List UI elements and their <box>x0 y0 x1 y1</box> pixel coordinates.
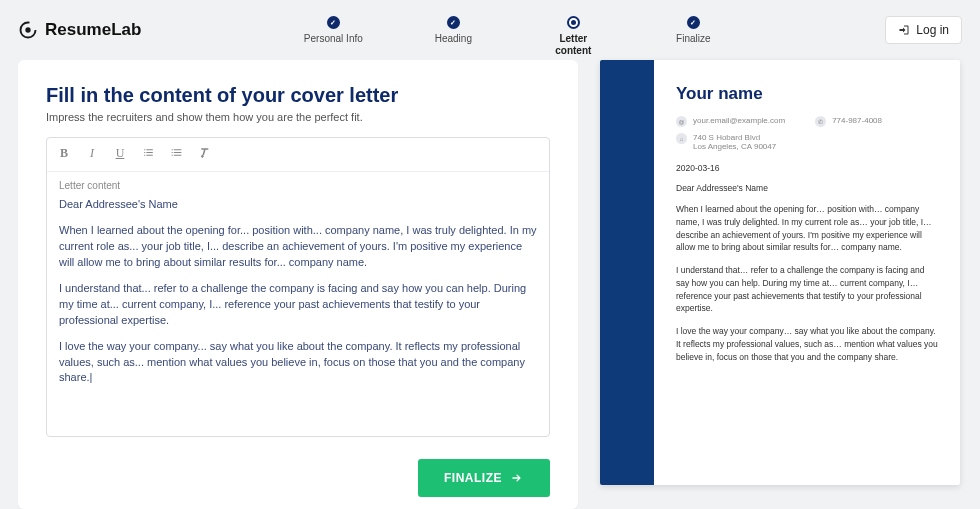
preview-body: Your name @ your.email@example.com ✆ 774… <box>654 60 960 485</box>
underline-icon[interactable]: U <box>113 146 127 163</box>
panel-title: Fill in the content of your cover letter <box>46 84 550 107</box>
preview-p1: When I learned about the opening for… po… <box>676 203 938 254</box>
step-finalize[interactable]: Finalize <box>633 16 753 45</box>
preview-phone: ✆ 774-987-4008 <box>815 116 882 127</box>
login-icon <box>898 24 910 36</box>
logo-text: ResumeLab <box>45 20 141 40</box>
editor-toolbar: B I U <box>47 138 549 172</box>
editor-panel: Fill in the content of your cover letter… <box>18 60 578 509</box>
step-label: Finalize <box>663 33 723 45</box>
preview-greeting: Dear Addressee's Name <box>676 183 938 193</box>
editor-greeting: Dear Addressee's Name <box>59 197 537 213</box>
preview-accent-bar <box>600 60 654 485</box>
logo-icon <box>18 20 38 40</box>
login-label: Log in <box>916 23 949 37</box>
editor-p2: I understand that... refer to a challeng… <box>59 281 537 329</box>
preview-date: 2020-03-16 <box>676 163 938 173</box>
preview-address: ⌂ 740 S Hobard Blvd Los Angeles, CA 9004… <box>676 133 938 151</box>
editor-box: B I U Letter content Dear Addressee's Na… <box>46 137 550 437</box>
svg-point-1 <box>25 27 30 32</box>
editor-p3: I love the way your company... say what … <box>59 339 537 387</box>
step-heading[interactable]: Heading <box>393 16 513 45</box>
preview-p3: I love the way your company… say what yo… <box>676 325 938 363</box>
step-label: Heading <box>423 33 483 45</box>
finalize-label: FINALIZE <box>444 471 502 485</box>
bold-icon[interactable]: B <box>57 146 71 163</box>
editor-p1: When I learned about the opening for... … <box>59 223 537 271</box>
preview-addr1: 740 S Hobard Blvd <box>693 133 760 142</box>
step-label: Personal Info <box>303 33 363 45</box>
document-preview: Your name @ your.email@example.com ✆ 774… <box>600 60 960 485</box>
preview-email: @ your.email@example.com <box>676 116 785 127</box>
phone-icon: ✆ <box>815 116 826 127</box>
login-button[interactable]: Log in <box>885 16 962 44</box>
panel-subtitle: Impress the recruiters and show them how… <box>46 111 550 123</box>
step-dot <box>327 16 340 29</box>
preview-address-lines: 740 S Hobard Blvd Los Angeles, CA 90047 <box>693 133 776 151</box>
arrow-right-icon <box>510 471 524 485</box>
main-area: Fill in the content of your cover letter… <box>0 60 980 509</box>
finalize-button[interactable]: FINALIZE <box>418 459 550 497</box>
step-dot <box>567 16 580 29</box>
preview-email-text: your.email@example.com <box>693 116 785 125</box>
numbered-list-icon[interactable] <box>169 146 183 163</box>
clear-format-icon[interactable] <box>197 146 211 163</box>
step-label: Letter content <box>543 33 603 57</box>
step-personal-info[interactable]: Personal Info <box>273 16 393 45</box>
preview-column: Your name @ your.email@example.com ✆ 774… <box>600 60 962 509</box>
app-header: ResumeLab Personal Info Heading Letter c… <box>0 0 980 60</box>
field-label: Letter content <box>47 172 549 191</box>
preview-addr2: Los Angeles, CA 90047 <box>693 142 776 151</box>
app-logo: ResumeLab <box>18 20 141 40</box>
letter-content-input[interactable]: Dear Addressee's Name When I learned abo… <box>47 191 549 436</box>
italic-icon[interactable]: I <box>85 146 99 163</box>
at-icon: @ <box>676 116 687 127</box>
bullet-list-icon[interactable] <box>141 146 155 163</box>
preview-phone-text: 774-987-4008 <box>832 116 882 125</box>
step-dot <box>447 16 460 29</box>
pin-icon: ⌂ <box>676 133 687 144</box>
preview-p2: I understand that… refer to a challenge … <box>676 264 938 315</box>
step-dot <box>687 16 700 29</box>
progress-stepper: Personal Info Heading Letter content Fin… <box>141 0 885 60</box>
preview-name: Your name <box>676 84 938 104</box>
step-letter-content[interactable]: Letter content <box>513 16 633 57</box>
